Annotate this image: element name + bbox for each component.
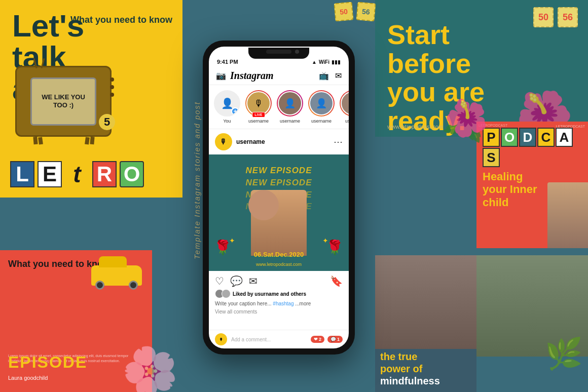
letro-tag: LETROPODCAST	[556, 125, 585, 128]
panel-yellow: Let's talk about What you need to know W…	[0, 0, 182, 198]
comment-input-row: 🎙 Add a comment... ❤ 2 💬 1	[209, 330, 349, 348]
vertical-text: Template Instagram stories and post	[193, 101, 201, 259]
podcast-title-letters: P O D C A S	[483, 128, 582, 167]
status-icons: ▲WiFi▮▮▮	[312, 59, 341, 65]
post-caption: Write your caption here... #hashtag ...m…	[209, 299, 349, 308]
pod-letter-o: O	[501, 128, 518, 147]
stamp-top-2: 56	[356, 2, 376, 21]
star-right: ✦	[322, 237, 328, 245]
what-you-need-label: What you need to know	[70, 14, 172, 26]
top-stamps: 50 56	[335, 3, 375, 21]
stamp-2: 56	[558, 7, 578, 27]
comment-badges: ❤ 2 💬 1	[311, 336, 343, 343]
episode-label: EPISODE	[8, 353, 87, 372]
star-left: ✦	[229, 237, 235, 245]
post-more-icon[interactable]: ⋯	[334, 136, 343, 147]
stories-row: 👤 + You 🎙 LIVE username	[209, 85, 349, 129]
badge-heart[interactable]: ❤ 2	[311, 336, 324, 343]
phone-screen: 9:41 PM ▲WiFi▮▮▮ 📷 Instagram 📺 ✉	[209, 47, 349, 348]
stamp-1: 50	[533, 7, 554, 27]
bookmark-icon[interactable]: 🔖	[330, 275, 343, 287]
car-illustration	[91, 265, 147, 296]
clock: 9:41 PM	[217, 59, 238, 65]
pod-letter-s: S	[483, 148, 500, 167]
likes-text: Liked by usurname and others	[233, 291, 306, 297]
person-photo	[547, 182, 588, 248]
person-head	[248, 190, 279, 220]
podcast-panel: LETROPODCAST P O D C A S Healing your In…	[476, 122, 588, 248]
letro-o: O	[120, 161, 144, 187]
commenter-avatar: 🎙	[215, 333, 227, 345]
letro-r: R	[92, 161, 117, 187]
instagram-logo: Instagram	[230, 70, 274, 82]
phone-notch	[248, 48, 309, 59]
comment-icon[interactable]: 💬	[230, 275, 243, 287]
instagram-header: 📷 Instagram 📺 ✉	[209, 67, 349, 85]
person-bg-mindfulness	[375, 255, 476, 349]
story-item-2[interactable]: 👤 username	[277, 90, 303, 124]
story-label-you: You	[223, 119, 231, 124]
story-item-you[interactable]: 👤 + You	[214, 90, 240, 124]
author-name: Laura goodchild	[8, 375, 48, 381]
story-item-4[interactable]: 👤 usern...	[340, 90, 349, 124]
mindfulness-text: the true power of mindfulness	[380, 350, 471, 387]
post-user[interactable]: 🎙 username	[215, 133, 265, 150]
tv-text: WE LIKE YOU TOO :)	[35, 93, 92, 109]
send-icon[interactable]: ✉	[335, 71, 342, 81]
post-image: NEW EPISODE NEW EPISODE NEW EPISODE NEW …	[209, 154, 349, 271]
story-label-1: username	[248, 119, 269, 124]
tv-illustration: WE LIKE YOU TOO :) 5	[15, 66, 117, 147]
story-item-1[interactable]: 🎙 LIVE username	[245, 90, 272, 124]
instagram-header-icons: 📺 ✉	[319, 71, 342, 81]
more-link[interactable]: ...more	[295, 301, 311, 306]
post-actions: ♡ 💬 ✉ 🔖	[209, 271, 349, 289]
letro-l: L	[10, 161, 34, 187]
hashtag: #hashtag	[273, 301, 293, 306]
share-icon[interactable]: ✉	[249, 275, 258, 287]
letro-t: t	[65, 161, 89, 187]
letro-text-block: L E t R O	[10, 161, 144, 187]
stamps: 50 56	[533, 7, 578, 27]
panel-teal-last: 🌿	[476, 255, 588, 392]
story-label-2: username	[280, 119, 300, 124]
website-label: www.letropodcast.com	[387, 124, 443, 130]
phone-mockup: 9:41 PM ▲WiFi▮▮▮ 📷 Instagram 📺 ✉	[203, 41, 365, 375]
pod-letter-a: A	[556, 128, 573, 147]
pod-letter-d: D	[519, 128, 536, 147]
tv-icon[interactable]: 📺	[319, 71, 329, 81]
live-badge: LIVE	[252, 112, 265, 117]
like-icon[interactable]: ♡	[215, 275, 224, 287]
badge-comment[interactable]: 💬 1	[327, 336, 343, 343]
story-label-3: username	[311, 119, 332, 124]
story-label-4: usern...	[345, 119, 349, 124]
mindfulness-panel: the true power of mindfulness	[375, 255, 476, 392]
tv-number: 5	[99, 114, 115, 130]
flower-last: 🌿	[545, 336, 583, 372]
view-all-comments[interactable]: View all comments	[209, 308, 349, 316]
post-date: 06.Sat.Dec.2020	[209, 251, 349, 258]
post-avatar: 🎙	[215, 133, 232, 150]
post-username: username	[236, 138, 265, 145]
comment-placeholder[interactable]: Add a comment...	[231, 337, 311, 342]
pod-letter-c: C	[537, 128, 555, 147]
post-website: www.letropodcast.com	[209, 262, 349, 267]
post-header: 🎙 username ⋯	[209, 129, 349, 154]
letro-e: E	[38, 161, 62, 187]
stamp-top-1: 50	[334, 2, 353, 21]
post-likes: Liked by usurname and others	[209, 289, 349, 299]
story-item-3[interactable]: 👤 username	[308, 90, 335, 124]
